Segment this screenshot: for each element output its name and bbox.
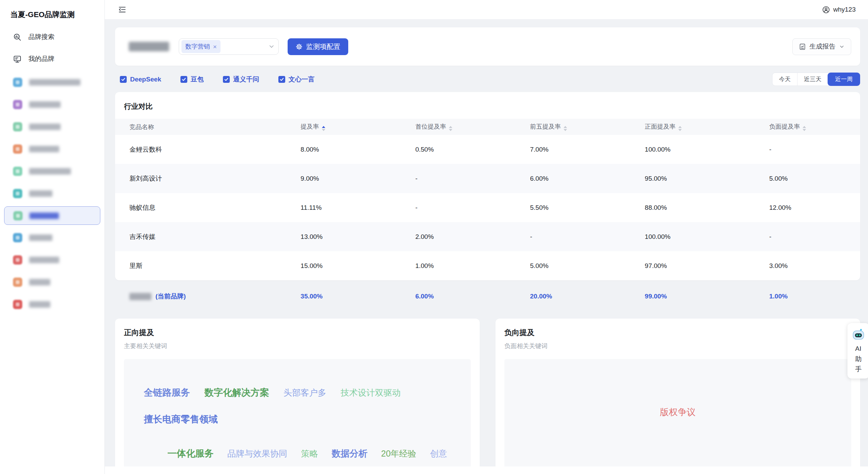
positive-keyword: 数据分析 (332, 448, 367, 460)
sidebar-brand-item[interactable] (0, 93, 104, 116)
column-header-首位提及率[interactable]: 首位提及率 (415, 119, 530, 135)
app-root: 当夏-GEO品牌监测 品牌搜索 我的品牌 (0, 0, 868, 474)
positive-keyword: 品牌与效果协同 (227, 448, 287, 459)
keyword-cards: 正向提及 主要相关关键词 全链路服务数字化解决方案头部客户多技术设计双驱动擅长电… (115, 319, 860, 474)
card-subtitle: 负面相关关键词 (504, 342, 851, 350)
model-checkbox-deepseek[interactable]: DeepSeek (120, 76, 161, 83)
checkbox-checked-icon[interactable] (120, 76, 127, 83)
column-header-label: 提及率 (301, 123, 319, 130)
model-checkbox-文心一言[interactable]: 文心一言 (278, 75, 315, 84)
keyword-select[interactable]: 数字营销 × (179, 38, 279, 55)
sort-carets-icon[interactable] (322, 126, 325, 131)
sidebar-brand-item[interactable] (4, 206, 100, 225)
brand-name-redacted (29, 101, 61, 108)
model-checkbox-group: DeepSeek豆包通义千问文心一言 (120, 75, 315, 84)
table-row: 吉禾传媒13.00%2.00%-100.00%- (115, 222, 860, 251)
section-title: 行业对比 (115, 100, 860, 119)
model-label: 文心一言 (289, 75, 315, 84)
current-brand-suffix: (当前品牌) (155, 292, 186, 301)
current-brand-name-redacted (129, 293, 151, 300)
sidebar-brand-item[interactable] (0, 227, 104, 249)
brand-logo-icon (13, 278, 22, 287)
column-header-正面提及率[interactable]: 正面提及率 (645, 119, 769, 135)
brand-logo-inner (16, 125, 20, 129)
sidebar-item-brand-search[interactable]: 品牌搜索 (0, 26, 104, 48)
competitor-name-cell: 新刘高设计 (115, 164, 301, 193)
column-header-label: 正面提及率 (645, 123, 676, 130)
column-header-label: 前五提及率 (530, 123, 561, 130)
generate-report-button[interactable]: 生成报告 (792, 38, 851, 55)
keyword-tag-label: 数字营销 (185, 42, 210, 51)
ai-assistant-button[interactable]: AI助手 (847, 323, 868, 379)
current-brand-metric-cell: 6.00% (415, 282, 530, 310)
column-header-提及率[interactable]: 提及率 (301, 119, 415, 135)
column-header-负面提及率[interactable]: 负面提及率 (769, 119, 860, 135)
model-label: DeepSeek (130, 76, 161, 83)
sort-carets-icon[interactable] (564, 126, 567, 131)
sidebar-brand-item[interactable] (0, 160, 104, 182)
sidebar-brand-item[interactable] (0, 71, 104, 93)
time-filter-今天[interactable]: 今天 (772, 73, 797, 86)
model-checkbox-通义千问[interactable]: 通义千问 (223, 75, 259, 84)
positive-keyword: 技术设计双驱动 (341, 387, 401, 398)
checkbox-checked-icon[interactable] (223, 76, 230, 83)
brand-name-redacted (29, 213, 59, 219)
monitor-config-button[interactable]: 监测项配置 (288, 38, 348, 55)
positive-keyword: 擅长电商零售领域 (144, 413, 218, 425)
metric-cell: - (415, 193, 530, 222)
brand-name-redacted (29, 257, 59, 263)
sidebar-brand-item[interactable] (0, 138, 104, 160)
brand-logo-icon (13, 189, 22, 198)
positive-keyword: 一体化服务 (167, 447, 214, 460)
metric-cell: 11.11% (301, 193, 415, 222)
current-brand-name-redacted (129, 42, 169, 51)
current-brand-metric-cell: 99.00% (645, 282, 769, 310)
sidebar-brand-item[interactable] (0, 249, 104, 271)
brand-name-redacted (29, 168, 71, 175)
sidebar: 当夏-GEO品牌监测 品牌搜索 我的品牌 (0, 0, 105, 474)
user-menu[interactable]: why123 (822, 6, 856, 14)
sidebar-brand-item[interactable] (0, 116, 104, 138)
brand-logo-icon (13, 233, 22, 242)
sidebar-brand-item[interactable] (0, 271, 104, 293)
metric-cell: 6.00% (530, 164, 645, 193)
time-filter-近三天[interactable]: 近三天 (797, 73, 828, 86)
filter-row: DeepSeek豆包通义千问文心一言 今天近三天近一周 (115, 73, 860, 86)
competitor-name-cell: 驰蚁信息 (115, 193, 301, 222)
page-content: 数字营销 × 监测项配置 生成报告 (105, 19, 868, 474)
sidebar-brand-item[interactable] (0, 293, 104, 316)
search-icon (13, 33, 22, 41)
brand-logo-icon (13, 211, 23, 220)
checkbox-checked-icon[interactable] (180, 76, 187, 83)
metric-cell: 15.00% (301, 251, 415, 280)
ai-label-line: AI (855, 345, 862, 352)
brand-logo-icon (13, 100, 22, 109)
tag-remove-icon[interactable]: × (213, 43, 217, 50)
checkbox-checked-icon[interactable] (278, 76, 285, 83)
brand-logo-inner (16, 258, 20, 262)
metric-cell: 5.00% (769, 164, 860, 193)
sort-carets-icon[interactable] (449, 126, 452, 131)
brand-logo-inner (16, 103, 20, 106)
user-avatar-icon (822, 6, 830, 14)
topbar: why123 (105, 0, 868, 19)
table-row: 驰蚁信息11.11%-5.50%88.00%12.00% (115, 193, 860, 222)
column-header-label: 首位提及率 (415, 123, 446, 130)
table-row: 新刘高设计9.00%-6.00%95.00%5.00% (115, 164, 860, 193)
app-title: 当夏-GEO品牌监测 (0, 6, 104, 26)
keyword-tag: 数字营销 × (181, 40, 221, 53)
column-header-前五提及率[interactable]: 前五提及率 (530, 119, 645, 135)
ai-label-line: 手 (855, 366, 862, 372)
sidebar-item-my-brands[interactable]: 我的品牌 (0, 48, 104, 70)
column-header-label: 负面提及率 (769, 123, 800, 130)
metric-cell: 13.00% (301, 222, 415, 251)
sort-carets-icon[interactable] (678, 126, 682, 131)
sidebar-collapse-icon[interactable] (118, 5, 127, 14)
brand-name-redacted (29, 301, 50, 308)
sidebar-brand-item[interactable] (0, 182, 104, 205)
sort-carets-icon[interactable] (803, 126, 806, 131)
model-checkbox-豆包[interactable]: 豆包 (180, 75, 204, 84)
model-label: 豆包 (191, 75, 204, 84)
time-filter-近一周[interactable]: 近一周 (828, 73, 860, 86)
card-title: 负向提及 (504, 328, 851, 338)
